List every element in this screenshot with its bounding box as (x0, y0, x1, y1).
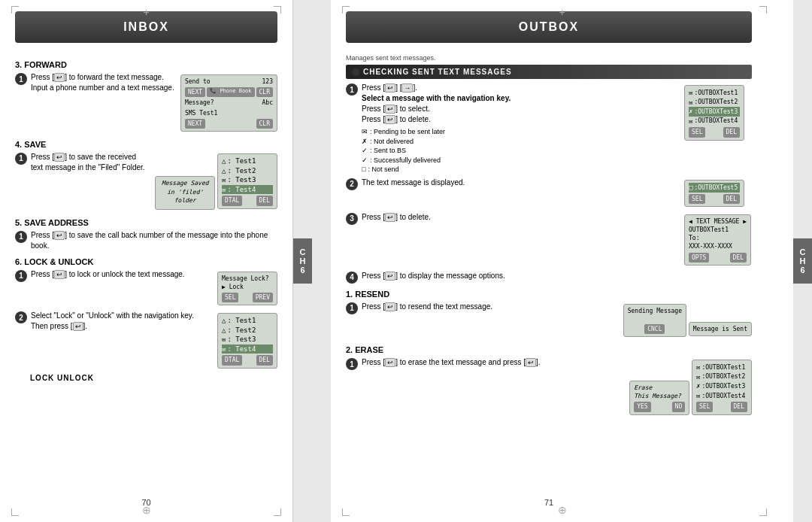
lock-screen2: △: Test1 △: Test2 ✉: Test3 ✉: Test4 DTAL… (217, 311, 277, 371)
lock-unlock-heading: 6. LOCK & UNLOCK (15, 257, 277, 266)
ch-label-right: C (800, 247, 806, 256)
checking-step-num-1: 1 (346, 83, 358, 96)
checking-step-num-2: 2 (346, 178, 358, 190)
checking-step2-content: The text message is displayed. □:OUTBOXT… (362, 178, 752, 209)
page-container: + ⊕ INBOX 3. FORWARD 1 Press [↩] to forw… (0, 0, 812, 522)
ch-label-h-right: H (800, 256, 806, 266)
erase-screens: Erase This Message? YES NO ✉:OUTBOXTest1… (629, 357, 752, 417)
step-num-1: 1 (15, 73, 27, 85)
forward-step1: 1 Press [↩] to forward the text message.… (15, 72, 277, 134)
resend-step1-text: Press [↩] to resend the text message. (362, 302, 617, 312)
corner-tl (11, 6, 19, 14)
lock-step1-text: Press [↩] to lock or unlock the text mes… (31, 269, 211, 280)
checking-screen3: ◀ TEXT MESSAGE ▶ OUTBOXTest1 To: XXX-XXX… (684, 212, 752, 268)
checking-dot (352, 68, 359, 76)
ch-tab-left: C H 6 (293, 238, 312, 284)
checking-step3-text: Press [↩] to delete. (362, 212, 678, 223)
checking-step4-text: Press [↩] to display the message options… (362, 271, 752, 281)
ch-number-left: 6 (300, 266, 304, 275)
manages-text: Manages sent text messages. (346, 54, 752, 62)
forward-screen: Send to123 NEXT 📞 Phone Book CLR Message… (180, 72, 277, 134)
forward-step1-content: Press [↩] to forward the text message. I… (31, 72, 277, 134)
erase-step-num-1: 1 (346, 358, 358, 370)
save-step1-text: Press [↩] to save the received text mess… (31, 152, 149, 173)
save-address-text: Press [↩] to save the call back number o… (31, 230, 277, 251)
checking-step4: 4 Press [↩] to display the message optio… (346, 271, 752, 284)
checking-step1-text: Press [↩] [→]. Select a message with the… (362, 83, 678, 175)
lock-step1: 1 Press [↩] to lock or unlock the text m… (15, 269, 277, 308)
save-step1: 1 Press [↩] to save the received text me… (15, 152, 277, 212)
erase-step1: 1 Press [↩] to erase the text message an… (346, 357, 752, 417)
erase-step1-content: Press [↩] to erase the text message and … (362, 357, 752, 417)
step-num-2: 2 (15, 311, 27, 323)
resend-heading: 1. RESEND (346, 290, 752, 299)
nav-cross-bottom-r: ⊕ (558, 504, 567, 516)
checking-label: CHECKING SENT TEXT MESSAGES (363, 68, 512, 76)
checking-step-num-4: 4 (346, 272, 358, 284)
checking-screen2: □:OUTBOXTest5 SEL DEL (684, 178, 752, 209)
resend-screen: Sending Message CNCL Message is Sent (623, 302, 752, 339)
corner-br (274, 508, 281, 516)
checking-screen1: ✉:OUTBOXTest1 ✉:OUTBOXTest2 ✗:OUTBOXTest… (684, 83, 752, 143)
corner-bl (11, 508, 19, 516)
step-num-1d: 1 (15, 270, 27, 282)
corner-tr (274, 6, 281, 14)
ch-number-right: 6 (800, 266, 804, 275)
lock-unlock-label: LOCK UNLOCK (15, 374, 277, 382)
ch-label-h-left: H (300, 256, 306, 266)
checking-step3: 3 Press [↩] to delete. ◀ TEXT MESSAGE ▶ … (346, 212, 752, 268)
step-num-1c: 1 (15, 231, 27, 243)
erase-heading: 2. ERASE (346, 345, 752, 354)
checking-step2: 2 The text message is displayed. □:OUTBO… (346, 178, 752, 209)
nav-cross-bottom: ⊕ (142, 504, 151, 516)
lock-step2: 2 Select "Lock" or "Unlock" with the nav… (15, 311, 277, 371)
checking-step2-text: The text message is displayed. (362, 178, 678, 188)
save-address-heading: 5. SAVE ADDRESS (15, 218, 277, 227)
save-step1-content: Press [↩] to save the received text mess… (31, 152, 277, 212)
inbox-content: 3. FORWARD 1 Press [↩] to forward the te… (0, 50, 292, 494)
corner-tl-r (342, 6, 350, 14)
forward-step1-text: Press [↩] to forward the text message. I… (31, 72, 174, 93)
resend-step1-content: Press [↩] to resend the text message. Se… (362, 302, 752, 339)
checking-step-num-3: 3 (346, 213, 358, 225)
corner-br-r (759, 508, 767, 516)
ch-label-left: C (300, 247, 306, 256)
middle-gap: C H 6 (293, 0, 331, 522)
checking-step1-content: Press [↩] [→]. Select a message with the… (362, 83, 752, 175)
step-num-1b: 1 (15, 153, 27, 165)
lock-screen1: Message Lock? ▶ Lock SEL PREV (217, 269, 277, 308)
forward-heading: 3. FORWARD (15, 60, 277, 69)
resend-step1: 1 Press [↩] to resend the text message. … (346, 302, 752, 339)
save-address-step1: 1 Press [↩] to save the call back number… (15, 230, 277, 251)
corner-bl-r (342, 508, 350, 516)
corner-tr-r (759, 6, 767, 14)
lock-step2-content: Select "Lock" or "Unlock" with the navig… (31, 311, 277, 371)
ch-tab-right: C H 6 (793, 238, 812, 284)
checking-step1: 1 Press [↩] [→]. Select a message with t… (346, 83, 752, 175)
save-heading: 4. SAVE (15, 140, 277, 149)
lock-step2-text: Select "Lock" or "Unlock" with the navig… (31, 311, 211, 332)
nav-cross-top-r: + (559, 6, 565, 18)
checking-step3-content: Press [↩] to delete. ◀ TEXT MESSAGE ▶ OU… (362, 212, 752, 268)
ch-right-container: C H 6 (793, 0, 812, 522)
outbox-panel: + ⊕ OUTBOX Manages sent text messages. C… (331, 0, 793, 522)
nav-cross-top: + (143, 6, 149, 18)
outbox-content: Manages sent text messages. CHECKING SEN… (331, 50, 767, 494)
lock-step1-content: Press [↩] to lock or unlock the text mes… (31, 269, 277, 308)
right-page-number: 71 (331, 494, 767, 522)
inbox-panel: + ⊕ INBOX 3. FORWARD 1 Press [↩] to forw… (0, 0, 293, 522)
save-screen: Message Saved in 'filed' folder △: Test1… (155, 152, 277, 212)
resend-step-num-1: 1 (346, 302, 358, 314)
outbox-title: OUTBOX (346, 11, 752, 43)
checking-header: CHECKING SENT TEXT MESSAGES (346, 65, 752, 79)
erase-step1-text: Press [↩] to erase the text message and … (362, 357, 623, 368)
